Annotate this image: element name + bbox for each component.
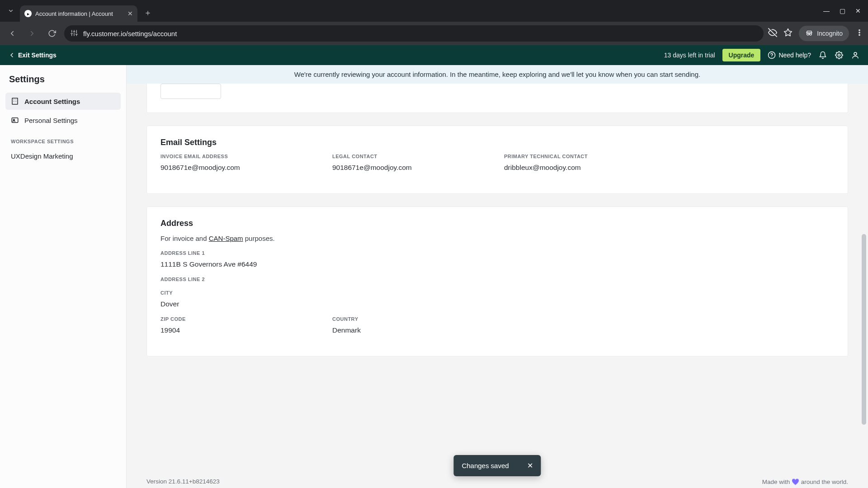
svg-rect-20 xyxy=(12,98,18,104)
nav-reload-button[interactable] xyxy=(44,26,60,41)
field-value: 9018671e@moodjoy.com xyxy=(332,164,486,172)
city-field: CITY Dover xyxy=(160,290,834,308)
svg-point-26 xyxy=(13,119,14,121)
footer-text: Made with xyxy=(762,479,792,485)
upgrade-button[interactable]: Upgrade xyxy=(722,49,761,61)
review-info-banner: We're currently reviewing your account i… xyxy=(127,65,868,84)
address-line2-field: ADDRESS LINE 2 xyxy=(160,277,834,282)
address-line1-field: ADDRESS LINE 1 1111B S Governors Ave #64… xyxy=(160,250,834,268)
chevron-left-icon xyxy=(8,52,15,59)
prev-section-card xyxy=(146,84,848,113)
field-label: ADDRESS LINE 1 xyxy=(160,250,834,256)
new-tab-button[interactable]: ＋ xyxy=(144,7,152,18)
version-text: Version 21.6.11+b8214623 xyxy=(146,478,220,485)
need-help-label: Need help? xyxy=(778,52,811,59)
tab-close-icon[interactable]: ✕ xyxy=(127,10,133,17)
address-bar[interactable]: fly.customer.io/settings/account xyxy=(64,25,764,42)
tab-search-dropdown[interactable] xyxy=(4,4,18,18)
email-settings-title: Email Settings xyxy=(160,138,834,147)
legal-contact-field: LEGAL CONTACT 9018671e@moodjoy.com xyxy=(332,154,486,172)
svg-point-18 xyxy=(838,54,840,56)
sidebar-item-account-settings[interactable]: Account Settings xyxy=(5,93,121,110)
field-value: 19904 xyxy=(160,326,314,334)
field-label: LEGAL CONTACT xyxy=(332,154,486,159)
zip-field: ZIP CODE 19904 xyxy=(160,316,314,334)
nav-back-button[interactable] xyxy=(5,26,20,41)
browser-tab-strip: ▸ Account information | Account ✕ ＋ — ▢ … xyxy=(0,0,868,22)
window-minimize-icon[interactable]: — xyxy=(823,7,830,14)
incognito-icon xyxy=(805,29,813,38)
field-value: 1111B S Governors Ave #6449 xyxy=(160,260,834,268)
technical-contact-field: PRIMARY TECHNICAL CONTACT dribbleux@mood… xyxy=(504,154,658,172)
field-label: INVOICE EMAIL ADDRESS xyxy=(160,154,314,159)
settings-sidebar: Settings Account Settings Personal Setti… xyxy=(0,65,127,488)
incognito-label: Incognito xyxy=(817,30,843,37)
invoice-email-field: INVOICE EMAIL ADDRESS 9018671e@moodjoy.c… xyxy=(160,154,314,172)
url-text: fly.customer.io/settings/account xyxy=(83,30,177,38)
browser-toolbar: fly.customer.io/settings/account Incogni… xyxy=(0,22,868,45)
email-settings-card: Email Settings INVOICE EMAIL ADDRESS 901… xyxy=(146,126,848,194)
help-circle-icon xyxy=(768,51,776,59)
sidebar-item-personal-settings[interactable]: Personal Settings xyxy=(5,112,121,129)
scrollbar-thumb[interactable] xyxy=(862,234,866,424)
id-card-icon xyxy=(11,116,19,124)
toast-notification: Changes saved ✕ xyxy=(453,455,541,476)
content-scroll-area[interactable]: Email Settings INVOICE EMAIL ADDRESS 901… xyxy=(127,84,868,486)
exit-settings-label: Exit Settings xyxy=(18,52,57,59)
field-value: Dover xyxy=(160,300,834,308)
scrollbar[interactable] xyxy=(861,65,867,488)
field-label: CITY xyxy=(160,290,834,296)
site-settings-icon[interactable] xyxy=(71,29,78,38)
window-maximize-icon[interactable]: ▢ xyxy=(840,7,845,14)
browser-tab[interactable]: ▸ Account information | Account ✕ xyxy=(20,5,137,22)
tab-favicon-icon: ▸ xyxy=(24,10,32,17)
field-value: 9018671e@moodjoy.com xyxy=(160,164,314,172)
svg-point-14 xyxy=(859,32,860,33)
sidebar-item-label: Personal Settings xyxy=(24,117,78,124)
address-card: Address For invoice and CAN-Spam purpose… xyxy=(146,206,848,357)
need-help-link[interactable]: Need help? xyxy=(768,51,811,59)
field-label: ZIP CODE xyxy=(160,316,314,322)
building-icon xyxy=(11,97,19,105)
sidebar-item-label: Account Settings xyxy=(24,98,80,105)
eye-off-icon[interactable] xyxy=(768,28,777,39)
tab-title: Account information | Account xyxy=(35,10,113,17)
sidebar-item-workspace[interactable]: UXDesign Marketing xyxy=(5,148,121,164)
incognito-badge[interactable]: Incognito xyxy=(799,26,849,41)
svg-point-19 xyxy=(854,52,857,55)
sidebar-group-label: WORKSPACE SETTINGS xyxy=(5,131,121,148)
field-value: Denmark xyxy=(332,326,486,334)
field-label: ADDRESS LINE 2 xyxy=(160,277,834,282)
country-field: COUNTRY Denmark xyxy=(332,316,486,334)
page-footer: Version 21.6.11+b8214623 Made with 💜 aro… xyxy=(146,478,848,485)
svg-marker-10 xyxy=(784,29,792,36)
address-title: Address xyxy=(160,219,834,228)
bookmark-star-icon[interactable] xyxy=(783,28,793,39)
toast-close-icon[interactable]: ✕ xyxy=(527,461,533,470)
field-label: COUNTRY xyxy=(332,316,486,322)
window-close-icon[interactable]: ✕ xyxy=(855,7,861,14)
field-label: PRIMARY TECHNICAL CONTACT xyxy=(504,154,658,159)
main-content: We're currently reviewing your account i… xyxy=(127,65,868,488)
heart-icon: 💜 xyxy=(792,479,799,485)
made-with-text: Made with 💜 around the world. xyxy=(762,478,848,485)
window-controls: — ▢ ✕ xyxy=(823,7,864,14)
address-description: For invoice and CAN-Spam purposes. xyxy=(160,235,834,242)
footer-text: around the world. xyxy=(799,479,848,485)
desc-text: For invoice and xyxy=(160,235,209,242)
sidebar-item-label: UXDesign Marketing xyxy=(11,152,73,160)
svg-point-13 xyxy=(859,30,860,31)
nav-forward-button[interactable] xyxy=(24,26,40,41)
settings-gear-icon[interactable] xyxy=(835,51,844,60)
desc-text: purposes. xyxy=(243,235,275,242)
account-avatar-icon[interactable] xyxy=(851,51,860,60)
svg-point-15 xyxy=(859,34,860,35)
exit-settings-link[interactable]: Exit Settings xyxy=(8,52,57,59)
input-placeholder[interactable] xyxy=(160,84,221,99)
sidebar-title: Settings xyxy=(5,74,121,93)
browser-menu-icon[interactable] xyxy=(855,28,863,38)
trial-days-text: 13 days left in trial xyxy=(664,52,715,59)
notifications-icon[interactable] xyxy=(818,51,827,60)
can-spam-link[interactable]: CAN-Spam xyxy=(209,235,243,242)
app-header: Exit Settings 13 days left in trial Upgr… xyxy=(0,45,868,65)
